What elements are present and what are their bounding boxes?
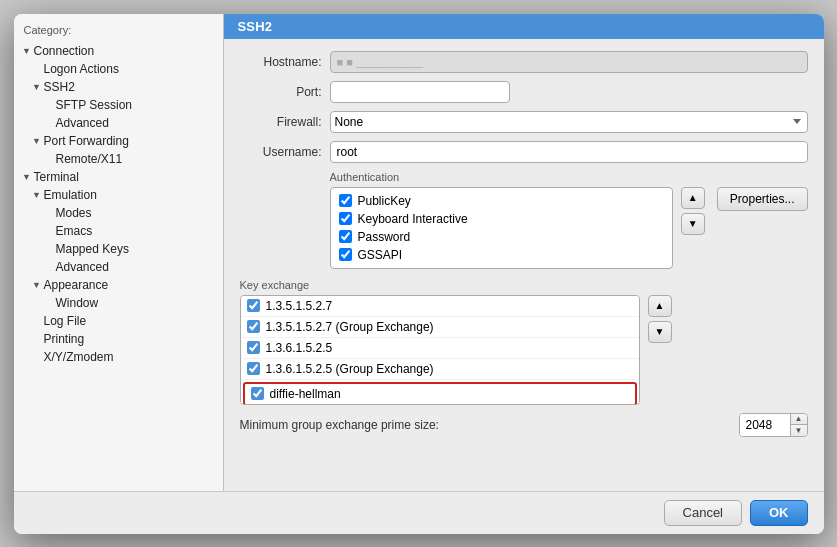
key-checkbox-4[interactable]: [247, 362, 260, 375]
sidebar-label-modes: Modes: [56, 206, 92, 220]
key-label-4: 1.3.6.1.5.2.5 (Group Exchange): [266, 362, 434, 376]
dialog: Category: ConnectionLogon ActionsSSH2SFT…: [14, 14, 824, 534]
auth-item-password: Password: [335, 228, 668, 246]
key-checkbox-3[interactable]: [247, 341, 260, 354]
sidebar: Category: ConnectionLogon ActionsSSH2SFT…: [14, 14, 224, 491]
auth-item-keyboard: Keyboard Interactive: [335, 210, 668, 228]
prime-spinner-down[interactable]: ▼: [791, 425, 807, 436]
prime-row: Minimum group exchange prime size: ▲ ▼: [240, 413, 808, 437]
key-label-1: 1.3.5.1.5.2.7: [266, 299, 333, 313]
sidebar-item-advanced-terminal[interactable]: Advanced: [14, 258, 223, 276]
port-label: Port:: [240, 85, 330, 99]
sidebar-label-ssh2: SSH2: [44, 80, 75, 94]
auth-label-password: Password: [358, 230, 411, 244]
sidebar-item-sftp-session[interactable]: SFTP Session: [14, 96, 223, 114]
firewall-label: Firewall:: [240, 115, 330, 129]
ke-buttons: ▲ ▼: [648, 295, 672, 343]
auth-checkbox-gssapi[interactable]: [339, 248, 352, 261]
properties-button[interactable]: Properties...: [717, 187, 808, 211]
sidebar-item-printing[interactable]: Printing: [14, 330, 223, 348]
auth-checkbox-publickey[interactable]: [339, 194, 352, 207]
sidebar-item-xy-zmodem[interactable]: X/Y/Zmodem: [14, 348, 223, 366]
ok-button[interactable]: OK: [750, 500, 808, 526]
sidebar-label-xy-zmodem: X/Y/Zmodem: [44, 350, 114, 364]
sidebar-item-emulation[interactable]: Emulation: [14, 186, 223, 204]
sidebar-label-advanced-terminal: Advanced: [56, 260, 109, 274]
content-area: Hostname: Port: Firewall: None SOCKS4 SO…: [224, 39, 824, 491]
sidebar-label-emacs: Emacs: [56, 224, 93, 238]
sidebar-item-window[interactable]: Window: [14, 294, 223, 312]
key-item-4: 1.3.6.1.5.2.5 (Group Exchange): [241, 359, 639, 380]
sidebar-item-remote-x11[interactable]: Remote/X11: [14, 150, 223, 168]
sidebar-label-log-file: Log File: [44, 314, 87, 328]
sidebar-item-appearance[interactable]: Appearance: [14, 276, 223, 294]
key-list: 1.3.5.1.5.2.7 1.3.5.1.5.2.7 (Group Excha…: [240, 295, 640, 405]
sidebar-label-port-forwarding: Port Forwarding: [44, 134, 129, 148]
key-checkbox-1[interactable]: [247, 299, 260, 312]
auth-down-button[interactable]: ▼: [681, 213, 705, 235]
port-input[interactable]: [330, 81, 510, 103]
sidebar-label-emulation: Emulation: [44, 188, 97, 202]
hostname-label: Hostname:: [240, 55, 330, 69]
sidebar-label-advanced-ssh2: Advanced: [56, 116, 109, 130]
sidebar-label-terminal: Terminal: [34, 170, 79, 184]
sidebar-item-port-forwarding[interactable]: Port Forwarding: [14, 132, 223, 150]
key-checkbox-2[interactable]: [247, 320, 260, 333]
key-item-3: 1.3.6.1.5.2.5: [241, 338, 639, 359]
username-input[interactable]: [330, 141, 808, 163]
key-checkbox-diffie-hellman[interactable]: [251, 387, 264, 400]
prime-input-container: ▲ ▼: [739, 413, 808, 437]
auth-up-button[interactable]: ▲: [681, 187, 705, 209]
hostname-row: Hostname:: [240, 51, 808, 73]
prime-spinner: ▲ ▼: [790, 414, 807, 436]
username-label: Username:: [240, 145, 330, 159]
sidebar-label-appearance: Appearance: [44, 278, 109, 292]
sidebar-label-printing: Printing: [44, 332, 85, 346]
sidebar-label-logon-actions: Logon Actions: [44, 62, 119, 76]
sidebar-label-mapped-keys: Mapped Keys: [56, 242, 129, 256]
port-row: Port:: [240, 81, 808, 103]
auth-checkbox-password[interactable]: [339, 230, 352, 243]
prime-spinner-up[interactable]: ▲: [791, 414, 807, 426]
sidebar-item-advanced-ssh2[interactable]: Advanced: [14, 114, 223, 132]
authentication-container: PublicKey Keyboard Interactive Password: [330, 187, 808, 269]
sidebar-item-log-file[interactable]: Log File: [14, 312, 223, 330]
auth-label-publickey: PublicKey: [358, 194, 411, 208]
sidebar-header: Category:: [14, 22, 223, 42]
sidebar-label-remote-x11: Remote/X11: [56, 152, 123, 166]
key-item-1: 1.3.5.1.5.2.7: [241, 296, 639, 317]
ke-down-button[interactable]: ▼: [648, 321, 672, 343]
key-label-3: 1.3.6.1.5.2.5: [266, 341, 333, 355]
authentication-label: Authentication: [330, 171, 808, 183]
sidebar-item-ssh2[interactable]: SSH2: [14, 78, 223, 96]
sidebar-item-mapped-keys[interactable]: Mapped Keys: [14, 240, 223, 258]
auth-label-gssapi: GSSAPI: [358, 248, 403, 262]
sidebar-tree: ConnectionLogon ActionsSSH2SFTP SessionA…: [14, 42, 223, 366]
key-exchange-container: 1.3.5.1.5.2.7 1.3.5.1.5.2.7 (Group Excha…: [240, 295, 808, 405]
auth-list: PublicKey Keyboard Interactive Password: [330, 187, 673, 269]
key-exchange-label: Key exchange: [240, 279, 808, 291]
key-label-2: 1.3.5.1.5.2.7 (Group Exchange): [266, 320, 434, 334]
dialog-body: Category: ConnectionLogon ActionsSSH2SFT…: [14, 14, 824, 491]
cancel-button[interactable]: Cancel: [664, 500, 742, 526]
sidebar-item-connection[interactable]: Connection: [14, 42, 223, 60]
firewall-select[interactable]: None SOCKS4 SOCKS5 HTTP: [330, 111, 808, 133]
key-label-diffie-hellman: diffie-hellman: [270, 387, 341, 401]
auth-item-gssapi: GSSAPI: [335, 246, 668, 264]
sidebar-label-sftp-session: SFTP Session: [56, 98, 132, 112]
key-item-diffie-hellman: diffie-hellman: [243, 382, 637, 405]
auth-buttons: ▲ ▼: [681, 187, 705, 235]
sidebar-item-emacs[interactable]: Emacs: [14, 222, 223, 240]
section-title: SSH2: [224, 14, 824, 39]
sidebar-item-logon-actions[interactable]: Logon Actions: [14, 60, 223, 78]
key-item-2: 1.3.5.1.5.2.7 (Group Exchange): [241, 317, 639, 338]
hostname-input[interactable]: [330, 51, 808, 73]
sidebar-item-terminal[interactable]: Terminal: [14, 168, 223, 186]
auth-item-publickey: PublicKey: [335, 192, 668, 210]
prime-input[interactable]: [740, 414, 790, 436]
sidebar-label-window: Window: [56, 296, 99, 310]
sidebar-item-modes[interactable]: Modes: [14, 204, 223, 222]
ke-up-button[interactable]: ▲: [648, 295, 672, 317]
auth-checkbox-keyboard[interactable]: [339, 212, 352, 225]
username-row: Username:: [240, 141, 808, 163]
